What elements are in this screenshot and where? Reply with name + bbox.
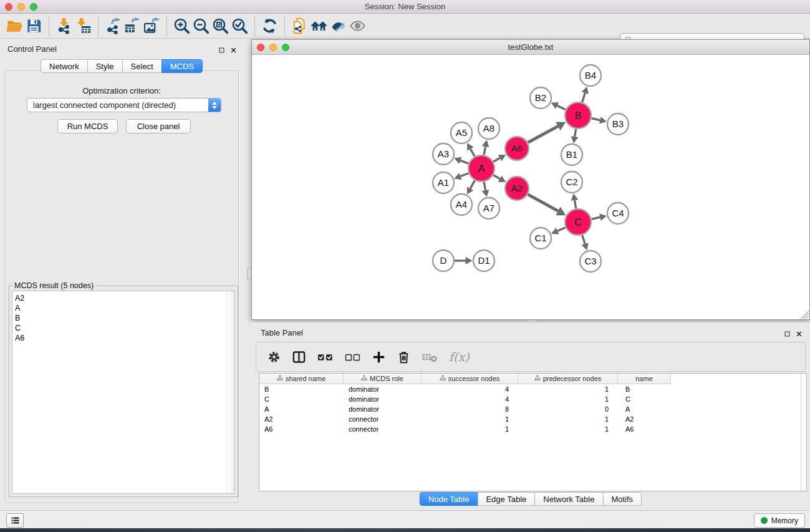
node-B1[interactable]: B1 bbox=[561, 144, 582, 165]
mcds-result-item[interactable]: A6 bbox=[12, 333, 234, 343]
edge-A-A3[interactable] bbox=[454, 157, 468, 164]
tab-style[interactable]: Style bbox=[87, 59, 123, 73]
edge-A-A2[interactable] bbox=[493, 175, 506, 182]
node-C4[interactable]: C4 bbox=[607, 203, 629, 224]
column-header-successor-nodes[interactable]: successor nodes bbox=[422, 374, 518, 384]
network-canvas[interactable]: AA1A2A3A4A5A6A7A8BB1B2B3B4CC1C2C3C4DD1 bbox=[252, 56, 809, 319]
table-row[interactable]: Bdominator41B bbox=[259, 384, 806, 394]
tab-node-table[interactable]: Node Table bbox=[420, 492, 478, 506]
vertical-splitter-handle[interactable] bbox=[247, 268, 251, 279]
export-image-button[interactable] bbox=[142, 16, 162, 36]
table-row[interactable]: A2connector11A2 bbox=[259, 414, 806, 424]
refresh-button[interactable] bbox=[260, 16, 279, 36]
trash-button[interactable] bbox=[397, 350, 411, 364]
node-A7[interactable]: A7 bbox=[478, 198, 499, 219]
mcds-result-item[interactable]: B bbox=[12, 313, 234, 323]
node-A8[interactable]: A8 bbox=[478, 118, 499, 139]
gear-button[interactable] bbox=[267, 350, 281, 364]
memory-button[interactable]: Memory bbox=[754, 513, 805, 528]
control-panel-close-icon[interactable] bbox=[229, 46, 238, 54]
hide-labels-button[interactable] bbox=[329, 16, 348, 36]
table-panel-close-icon[interactable] bbox=[794, 329, 803, 338]
add-button[interactable] bbox=[372, 350, 386, 364]
edge-A-A7[interactable] bbox=[482, 182, 489, 197]
mcds-result-item[interactable]: C bbox=[12, 323, 234, 333]
tab-network[interactable]: Network bbox=[41, 59, 88, 73]
zoom-out-button[interactable] bbox=[191, 16, 211, 36]
edge-A-A6[interactable] bbox=[493, 155, 506, 162]
node-A2[interactable]: A2 bbox=[505, 177, 529, 200]
tab-network-table[interactable]: Network Table bbox=[534, 492, 603, 506]
edge-B-B3[interactable] bbox=[591, 117, 606, 124]
edge-C-C1[interactable] bbox=[551, 228, 566, 235]
edge-B-B4[interactable] bbox=[582, 87, 589, 102]
column-header-predecessor-nodes[interactable]: predecessor nodes bbox=[518, 374, 618, 384]
tab-select[interactable]: Select bbox=[122, 59, 162, 73]
node-A5[interactable]: A5 bbox=[451, 122, 472, 143]
node-C[interactable]: C bbox=[565, 209, 591, 235]
mcds-list-scrollbar[interactable] bbox=[226, 291, 234, 493]
window-resize-grip[interactable] bbox=[801, 311, 809, 319]
criterion-dropdown[interactable]: largest connected component (directed) bbox=[27, 98, 221, 112]
export-network-button[interactable] bbox=[104, 16, 123, 36]
control-panel-float-icon[interactable] bbox=[217, 46, 226, 54]
save-button[interactable] bbox=[24, 16, 44, 36]
edge-A-A5[interactable] bbox=[467, 143, 475, 157]
column-header-shared-name[interactable]: shared name bbox=[259, 374, 344, 384]
mcds-result-item[interactable]: A bbox=[12, 303, 234, 313]
close-panel-button[interactable]: Close panel bbox=[126, 119, 191, 133]
edge-A-A4[interactable] bbox=[467, 180, 475, 195]
node-C3[interactable]: C3 bbox=[580, 251, 601, 272]
edge-C-C2[interactable] bbox=[571, 193, 579, 208]
edge-B-B1[interactable] bbox=[571, 129, 579, 143]
split-columns-button[interactable] bbox=[292, 350, 306, 364]
node-C1[interactable]: C1 bbox=[530, 228, 551, 249]
tab-edge-table[interactable]: Edge Table bbox=[477, 492, 535, 506]
node-A3[interactable]: A3 bbox=[433, 143, 454, 165]
import-table-button[interactable] bbox=[74, 16, 93, 36]
zoom-in-button[interactable] bbox=[172, 16, 191, 36]
table-row[interactable]: A6connector11A6 bbox=[259, 424, 806, 434]
table-row[interactable]: Cdominator41C bbox=[259, 394, 806, 404]
node-B[interactable]: B bbox=[565, 102, 591, 128]
show-details-eye-button[interactable] bbox=[348, 16, 367, 36]
table-row[interactable]: Adominator80A bbox=[259, 404, 806, 414]
table-scrollbar[interactable] bbox=[801, 374, 806, 491]
node-C2[interactable]: C2 bbox=[561, 172, 582, 193]
node-D[interactable]: D bbox=[433, 250, 454, 271]
run-mcds-button[interactable]: Run MCDS bbox=[57, 119, 118, 133]
edge-C-C4[interactable] bbox=[591, 213, 606, 221]
mcds-result-item[interactable]: A2 bbox=[12, 293, 234, 303]
node-B2[interactable]: B2 bbox=[530, 87, 551, 109]
table-panel-float-icon[interactable] bbox=[783, 329, 791, 338]
select-all-button[interactable] bbox=[317, 350, 334, 364]
tab-mcds[interactable]: MCDS bbox=[162, 59, 203, 73]
node-A6[interactable]: A6 bbox=[505, 137, 529, 160]
edge-A-A1[interactable] bbox=[454, 173, 468, 180]
node-D1[interactable]: D1 bbox=[473, 250, 494, 271]
edge-C-C3[interactable] bbox=[582, 235, 589, 250]
node-B3[interactable]: B3 bbox=[607, 114, 629, 135]
window-titlebar: Session: New Session bbox=[0, 0, 810, 14]
node-A[interactable]: A bbox=[468, 155, 494, 181]
node-A1[interactable]: A1 bbox=[433, 172, 454, 193]
column-header-MCDS-role[interactable]: MCDS role bbox=[344, 374, 422, 384]
node-A4[interactable]: A4 bbox=[451, 194, 472, 215]
import-network-button[interactable] bbox=[54, 16, 74, 36]
edge-A-A8[interactable] bbox=[482, 140, 489, 155]
tab-motifs[interactable]: Motifs bbox=[602, 492, 642, 506]
edge-A2-C[interactable] bbox=[528, 195, 566, 216]
task-history-button[interactable] bbox=[6, 513, 24, 528]
column-header-name[interactable]: name bbox=[618, 374, 671, 384]
clipboard-network-button[interactable] bbox=[290, 16, 309, 36]
node-B4[interactable]: B4 bbox=[580, 65, 601, 86]
edge-D-D1[interactable] bbox=[455, 257, 473, 264]
edge-A6-B[interactable] bbox=[528, 122, 566, 143]
home-double-button[interactable] bbox=[309, 16, 329, 36]
edge-B-B2[interactable] bbox=[551, 102, 566, 110]
deselect-all-button[interactable] bbox=[344, 350, 361, 364]
export-table-button[interactable] bbox=[123, 16, 142, 36]
zoom-selected-button[interactable] bbox=[230, 16, 249, 36]
open-folder-button[interactable] bbox=[5, 16, 24, 36]
zoom-fit-button[interactable] bbox=[211, 16, 230, 36]
